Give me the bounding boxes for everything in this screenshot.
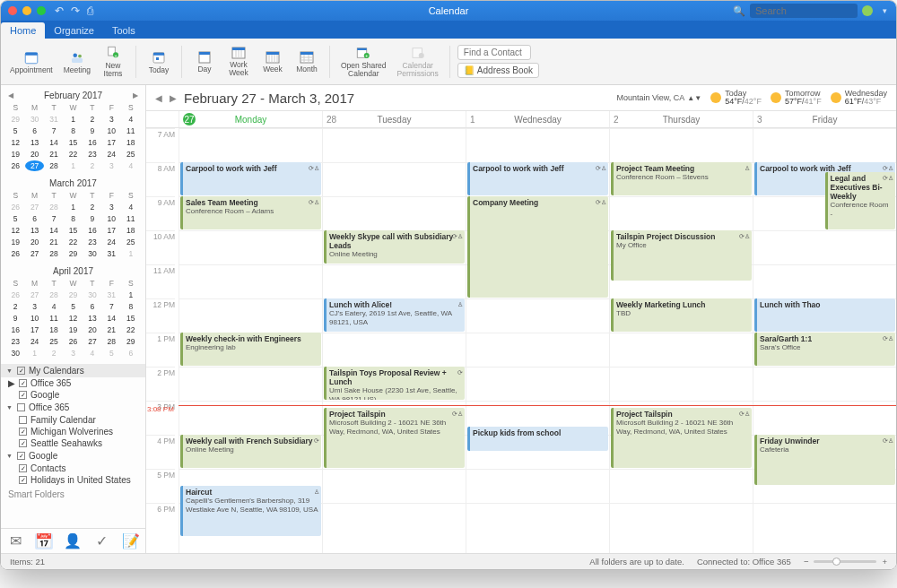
calendar-event[interactable]: Carpool to work with Jeff⟳♙	[467, 162, 608, 195]
mini-cal-day[interactable]: 16	[6, 324, 24, 335]
day-column[interactable]: Weekly Skype call with Subsidiary LeadsO…	[322, 128, 466, 553]
mini-cal-day[interactable]: 29	[64, 248, 82, 259]
mini-cal-day[interactable]: 2	[83, 114, 101, 125]
zoom-in[interactable]: +	[882, 557, 887, 566]
mini-cal-day[interactable]: 26	[64, 336, 82, 347]
appointment-button[interactable]: Appointment	[6, 48, 57, 76]
mini-cal-day[interactable]: 21	[45, 237, 63, 247]
open-shared-calendar-button[interactable]: +Open Shared Calendar	[337, 43, 390, 80]
user-menu[interactable]: ▾	[883, 6, 887, 15]
mini-cal-day[interactable]: 23	[83, 149, 101, 160]
mini-cal-day[interactable]: 31	[102, 248, 120, 259]
mini-cal-day[interactable]: 30	[6, 348, 24, 359]
mini-cal-day[interactable]: 20	[25, 149, 43, 160]
mini-cal-day[interactable]: 30	[83, 248, 101, 259]
today-button[interactable]: Today	[144, 48, 174, 76]
mini-cal-day[interactable]: 2	[6, 301, 24, 312]
next-period[interactable]: ▶	[170, 93, 177, 103]
mini-cal-day[interactable]: 17	[25, 324, 43, 335]
mini-cal-day[interactable]: 21	[45, 149, 63, 160]
mini-cal-day[interactable]: 17	[102, 137, 120, 148]
mini-cal-day[interactable]: 19	[6, 237, 24, 247]
next-month[interactable]: ▶	[133, 91, 138, 99]
mini-cal-day[interactable]: 28	[102, 336, 120, 347]
people-view-icon[interactable]: 👤	[64, 533, 82, 549]
mini-cal-day[interactable]: 9	[83, 125, 101, 136]
calendar-event[interactable]: Legal and Executives Bi-WeeklyConference…	[825, 172, 896, 229]
mini-cal-day[interactable]: 19	[6, 149, 24, 160]
mini-cal-day[interactable]: 25	[122, 237, 140, 247]
calendar-event[interactable]: Project Team MeetingConference Room – St…	[611, 162, 752, 195]
day-column[interactable]: Carpool to work with Jeff⟳♙Legal and Exe…	[753, 128, 896, 553]
workweek-view-button[interactable]: Work Week	[223, 44, 254, 79]
mini-cal-day[interactable]: 24	[102, 237, 120, 247]
mini-cal-day[interactable]: 9	[6, 313, 24, 324]
mini-cal-day[interactable]: 16	[83, 137, 101, 148]
mini-cal-day[interactable]: 8	[64, 125, 82, 136]
prev-period[interactable]: ◀	[155, 93, 162, 103]
mini-cal-day[interactable]: 9	[83, 213, 101, 224]
mini-cal-day[interactable]: 13	[25, 137, 43, 148]
day-header[interactable]: 27Monday	[179, 111, 322, 127]
mini-cal-day[interactable]: 19	[64, 324, 82, 335]
day-header[interactable]: 28Tuesday	[322, 111, 466, 127]
weather-location[interactable]: Mountain View, CA▲▼	[616, 93, 701, 102]
calendar-event[interactable]: Tailspin Project DiscussionMy Office⟳♙	[611, 230, 752, 281]
mini-cal-day[interactable]: 22	[122, 324, 140, 335]
redo-icon[interactable]: ↷	[71, 4, 80, 17]
find-contact-input[interactable]	[457, 45, 531, 60]
calendar-item[interactable]: ✓Holidays in United States	[1, 474, 145, 486]
calendar-event[interactable]: Pickup kids from school	[467, 427, 608, 452]
mini-cal-day[interactable]: 14	[102, 313, 120, 324]
mini-cal-day[interactable]: 20	[83, 324, 101, 335]
mini-cal-day[interactable]: 10	[102, 125, 120, 136]
mini-cal-day[interactable]: 5	[6, 213, 24, 224]
mini-cal-day[interactable]: 7	[102, 301, 120, 312]
close-window[interactable]	[8, 6, 17, 15]
calendar-item[interactable]: ✓Seattle Seahawks	[1, 437, 145, 449]
calendar-permissions-button[interactable]: Calendar Permissions	[394, 43, 442, 80]
mini-cal-day[interactable]: 28	[45, 248, 63, 259]
mini-cal-day[interactable]: 5	[6, 125, 24, 136]
calendar-event[interactable]: Weekly check-in with EngineersEngineerin…	[180, 333, 321, 366]
mini-cal-day[interactable]: 24	[25, 336, 43, 347]
mini-cal-day[interactable]: 13	[25, 225, 43, 236]
calendar-event[interactable]: Friday UnwinderCafeteria⟳♙	[754, 435, 895, 485]
smart-folders[interactable]: Smart Folders	[1, 486, 145, 503]
mini-cal-day[interactable]: 29	[122, 336, 140, 347]
mini-cal-day[interactable]: 8	[64, 213, 82, 224]
calendar-event[interactable]: Weekly call with French SubsidiaryOnline…	[180, 435, 321, 468]
mini-cal-day[interactable]: 11	[45, 313, 63, 324]
calendar-event[interactable]: HaircutCapelli's Gentlemen's Barbershop,…	[180, 486, 321, 536]
day-column[interactable]: Carpool to work with Jeff⟳♙Company Meeti…	[466, 128, 609, 553]
mini-cal-day[interactable]: 10	[102, 213, 120, 224]
mini-cal-day[interactable]: 8	[122, 301, 140, 312]
mini-cal-day[interactable]: 5	[64, 301, 82, 312]
calendar-group[interactable]: ▼Office 365	[1, 401, 145, 414]
calendar-item[interactable]: Family Calendar	[1, 414, 145, 426]
mini-cal-day[interactable]: 18	[122, 137, 140, 148]
tab-tools[interactable]: Tools	[103, 22, 144, 39]
mini-cal-day[interactable]: 2	[83, 202, 101, 212]
calendar-group[interactable]: ▼✓My Calendars	[1, 364, 145, 377]
meeting-button[interactable]: Meeting	[60, 48, 94, 76]
mini-cal-day[interactable]: 6	[25, 125, 43, 136]
day-header[interactable]: 2Thursday	[609, 111, 753, 127]
mini-cal-day[interactable]: 25	[122, 149, 140, 160]
mini-cal-day[interactable]: 18	[45, 324, 63, 335]
mini-cal-day[interactable]: 15	[64, 225, 82, 236]
calendar-item[interactable]: ▶✓Office 365	[1, 377, 145, 389]
calendar-event[interactable]: Sales Team MeetingConference Room – Adam…	[180, 196, 321, 229]
mini-cal-day[interactable]: 6	[83, 301, 101, 312]
prev-month[interactable]: ◀	[8, 91, 13, 99]
mini-cal-day[interactable]: 3	[102, 114, 120, 125]
mini-cal-day[interactable]: 10	[25, 313, 43, 324]
mini-cal-day[interactable]: 4	[122, 202, 140, 212]
mini-cal-day[interactable]: 20	[25, 237, 43, 247]
calendar-event[interactable]: Company Meeting⟳♙	[467, 196, 608, 298]
calendar-group[interactable]: ▼✓Google	[1, 449, 145, 463]
day-header[interactable]: 3Friday	[753, 111, 896, 127]
mini-cal-day[interactable]: 13	[83, 313, 101, 324]
mini-cal-day[interactable]: 3	[102, 202, 120, 212]
calendar-event[interactable]: Project TailspinMicrosoft Building 2 - 1…	[611, 408, 752, 468]
